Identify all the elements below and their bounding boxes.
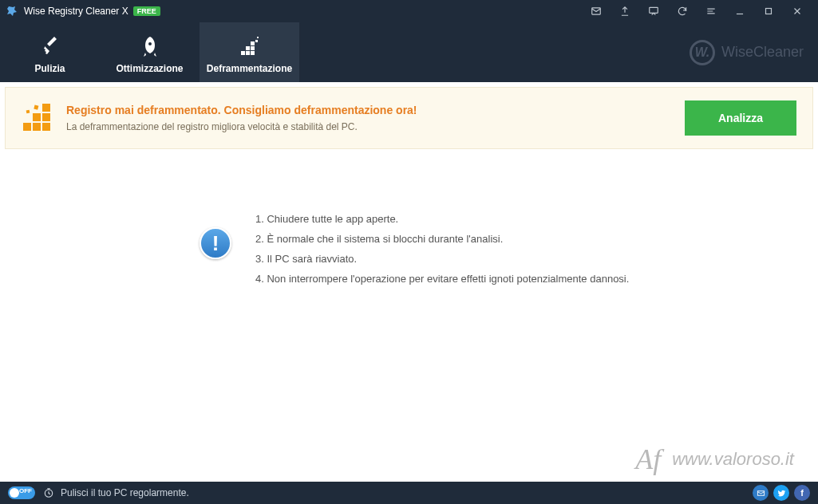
refresh-icon[interactable] bbox=[668, 0, 697, 22]
svg-rect-4 bbox=[246, 51, 250, 55]
tab-defrag-label: Deframmentazione bbox=[207, 63, 292, 74]
svg-rect-6 bbox=[246, 46, 250, 50]
svg-rect-14 bbox=[33, 113, 41, 121]
social-facebook-icon[interactable]: f bbox=[794, 485, 810, 501]
svg-rect-1 bbox=[650, 7, 658, 13]
toggle-label: OFF bbox=[19, 487, 32, 494]
tab-clean-label: Pulizia bbox=[34, 63, 65, 74]
clock-icon bbox=[43, 487, 54, 498]
schedule-toggle[interactable]: OFF bbox=[8, 486, 35, 499]
statusbar-text: Pulisci il tuo PC regolarmente. bbox=[61, 487, 189, 498]
svg-rect-7 bbox=[251, 46, 255, 50]
svg-rect-3 bbox=[241, 51, 245, 55]
info-banner: Registro mai deframmentato. Consigliamo … bbox=[5, 87, 813, 149]
watermark: Af www.valoroso.it bbox=[635, 443, 794, 476]
app-icon bbox=[6, 5, 19, 18]
info-icon: ! bbox=[200, 227, 231, 259]
svg-rect-9 bbox=[255, 40, 258, 42]
tab-clean[interactable]: Pulizia bbox=[0, 22, 100, 82]
defrag-icon bbox=[238, 31, 262, 63]
tab-defrag[interactable]: Deframmentazione bbox=[200, 22, 299, 82]
instructions: ! 1. Chiudere tutte le app aperte. 2. È … bbox=[200, 213, 629, 293]
statusbar: OFF Pulisci il tuo PC regolarmente. f bbox=[0, 482, 818, 504]
rocket-icon bbox=[138, 31, 162, 63]
svg-rect-10 bbox=[257, 37, 259, 38]
social-mail-icon[interactable] bbox=[753, 485, 769, 501]
tab-optimize[interactable]: Ottimizzazione bbox=[100, 22, 200, 82]
svg-rect-17 bbox=[34, 105, 38, 110]
watermark-url: www.valoroso.it bbox=[672, 449, 794, 470]
brand-logo: W. WiseCleaner bbox=[690, 40, 804, 65]
step-1: 1. Chiudere tutte le app aperte. bbox=[255, 213, 629, 225]
svg-rect-13 bbox=[42, 123, 50, 131]
close-button[interactable] bbox=[783, 0, 812, 22]
svg-rect-12 bbox=[33, 123, 41, 131]
wisecleaner-logo-icon: W. bbox=[690, 40, 715, 65]
mail-icon[interactable] bbox=[582, 0, 611, 22]
titlebar: Wise Registry Cleaner X FREE bbox=[0, 0, 818, 22]
upgrade-icon[interactable] bbox=[611, 0, 639, 22]
svg-rect-5 bbox=[251, 51, 255, 55]
svg-rect-15 bbox=[42, 113, 50, 121]
main-toolbar: Pulizia Ottimizzazione Deframmentazione … bbox=[0, 22, 818, 82]
maximize-button[interactable] bbox=[754, 0, 783, 22]
tab-optimize-label: Ottimizzazione bbox=[116, 63, 183, 74]
content-area: ! 1. Chiudere tutte le app aperte. 2. È … bbox=[0, 149, 818, 492]
banner-subtitle: La deframmentazione del registro miglior… bbox=[66, 121, 685, 132]
social-twitter-icon[interactable] bbox=[773, 485, 789, 501]
broom-icon bbox=[37, 31, 64, 63]
svg-rect-11 bbox=[23, 123, 31, 131]
step-4: 4. Non interrompere l'operazione per evi… bbox=[255, 273, 629, 285]
brand-text: WiseCleaner bbox=[721, 44, 804, 61]
step-3: 3. Il PC sarà riavviato. bbox=[255, 253, 629, 265]
analyze-button[interactable]: Analizza bbox=[685, 100, 796, 136]
banner-blocks-icon bbox=[22, 102, 53, 134]
minimize-button[interactable] bbox=[725, 0, 754, 22]
svg-rect-18 bbox=[26, 110, 30, 114]
free-badge: FREE bbox=[133, 6, 160, 16]
feedback-icon[interactable] bbox=[639, 0, 668, 22]
app-title: Wise Registry Cleaner X bbox=[24, 6, 128, 17]
banner-title: Registro mai deframmentato. Consigliamo … bbox=[66, 104, 685, 116]
watermark-signature: Af bbox=[635, 443, 661, 476]
step-2: 2. È normale che il sistema si blocchi d… bbox=[255, 233, 629, 245]
svg-rect-8 bbox=[251, 41, 255, 45]
menu-icon[interactable] bbox=[697, 0, 725, 22]
svg-rect-16 bbox=[42, 104, 50, 112]
svg-rect-2 bbox=[766, 9, 772, 14]
